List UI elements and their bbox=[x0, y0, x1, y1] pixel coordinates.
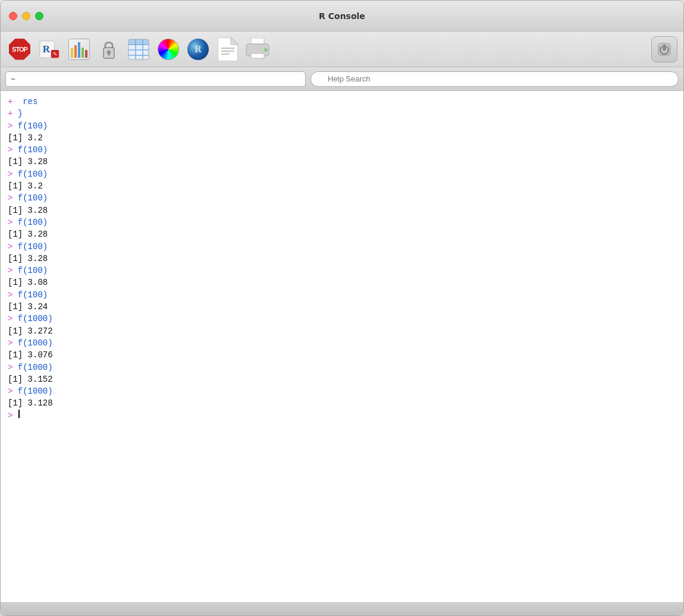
console-line: > f(100) bbox=[8, 265, 676, 276]
console-line: [1] 3.2 bbox=[8, 132, 676, 144]
command-text: f(100) bbox=[12, 192, 48, 204]
stop-icon: STOP bbox=[9, 39, 30, 60]
console-area[interactable]: + res+ }> f(100)[1] 3.2> f(100)[1] 3.28>… bbox=[1, 91, 683, 602]
prompt: > bbox=[8, 410, 18, 422]
output-line: [1] 3.152 bbox=[8, 373, 53, 385]
svg-rect-19 bbox=[251, 38, 264, 44]
help-search-input[interactable] bbox=[310, 71, 679, 87]
output-line: [1] 3.272 bbox=[8, 325, 53, 337]
console-line: > f(1000) bbox=[8, 385, 676, 397]
console-line: [1] 3.08 bbox=[8, 276, 676, 288]
command-text: } bbox=[12, 108, 23, 120]
console-line: + } bbox=[8, 108, 676, 120]
output-line: [1] 3.076 bbox=[8, 349, 53, 361]
console-line: > f(1000) bbox=[8, 313, 676, 325]
console-line: > f(100) bbox=[8, 289, 676, 301]
minimize-button[interactable] bbox=[22, 12, 30, 20]
console-line: [1] 3.28 bbox=[8, 228, 676, 240]
toolbar: STOP R ✎ bbox=[1, 32, 683, 67]
color-wheel-button[interactable] bbox=[155, 36, 181, 62]
prompt: > bbox=[8, 192, 12, 204]
console-line: > f(100) bbox=[8, 216, 676, 228]
path-input[interactable] bbox=[5, 71, 306, 87]
console-line: [1] 3.272 bbox=[8, 325, 676, 337]
console-line: [1] 3.28 bbox=[8, 205, 676, 216]
title-bar: R Console bbox=[1, 1, 683, 32]
prompt: > bbox=[8, 289, 12, 301]
lock-button[interactable] bbox=[96, 36, 122, 62]
r-script-button[interactable]: R ✎ bbox=[36, 36, 62, 62]
console-line: [1] 3.24 bbox=[8, 301, 676, 313]
console-line: > f(100) bbox=[8, 241, 676, 253]
chart-icon bbox=[68, 39, 90, 60]
document-button[interactable] bbox=[215, 36, 241, 62]
cursor[interactable] bbox=[18, 410, 20, 418]
svg-rect-21 bbox=[251, 54, 264, 58]
prompt: > bbox=[8, 265, 12, 276]
output-line: [1] 3.24 bbox=[8, 301, 48, 313]
svg-rect-24 bbox=[663, 45, 666, 51]
console-line: > f(1000) bbox=[8, 337, 676, 349]
command-text: f(1000) bbox=[12, 337, 52, 349]
traffic-lights bbox=[9, 12, 43, 20]
command-text: f(100) bbox=[12, 289, 48, 301]
output-line: [1] 3.128 bbox=[8, 397, 53, 409]
console-line: [1] 3.28 bbox=[8, 156, 676, 168]
command-text: f(1000) bbox=[12, 362, 52, 373]
r-ball-icon: R bbox=[187, 39, 209, 60]
stop-button[interactable]: STOP bbox=[7, 36, 33, 62]
prompt: > bbox=[8, 168, 12, 180]
command-text: f(100) bbox=[12, 265, 48, 276]
svg-text:R: R bbox=[43, 43, 51, 54]
prompt: + bbox=[8, 108, 12, 120]
svg-marker-14 bbox=[218, 37, 238, 61]
maximize-button[interactable] bbox=[35, 12, 43, 20]
console-line: > f(100) bbox=[8, 192, 676, 204]
prompt: > bbox=[8, 313, 12, 325]
command-text: f(100) bbox=[12, 216, 48, 228]
power-button-wrapper bbox=[651, 36, 677, 62]
console-line: > f(100) bbox=[8, 168, 676, 180]
printer-icon bbox=[245, 38, 270, 61]
command-text: f(100) bbox=[12, 168, 48, 180]
power-icon bbox=[657, 42, 672, 56]
console-line: [1] 3.128 bbox=[8, 397, 676, 409]
output-line: [1] 3.28 bbox=[8, 156, 48, 168]
prompt: > bbox=[8, 241, 12, 253]
command-text: f(100) bbox=[12, 241, 48, 253]
search-wrapper: 🔍 bbox=[310, 71, 679, 87]
svg-text:✎: ✎ bbox=[53, 51, 58, 57]
console-line: [1] 3.2 bbox=[8, 180, 676, 192]
prompt: > bbox=[8, 144, 12, 156]
r-console-window: R Console STOP R ✎ bbox=[0, 0, 684, 616]
command-text: res bbox=[12, 96, 37, 108]
lock-icon bbox=[98, 39, 120, 60]
prompt: > bbox=[8, 120, 12, 132]
command-text: f(1000) bbox=[12, 385, 52, 397]
svg-rect-13 bbox=[128, 39, 149, 45]
grid-icon bbox=[128, 39, 149, 60]
r-ball-button[interactable]: R bbox=[185, 36, 211, 62]
console-line: > f(100) bbox=[8, 144, 676, 156]
command-text: f(100) bbox=[12, 144, 48, 156]
color-wheel-icon bbox=[158, 39, 179, 60]
console-line: > bbox=[8, 410, 676, 422]
close-button[interactable] bbox=[9, 12, 17, 20]
command-text: f(100) bbox=[12, 120, 48, 132]
prompt: + bbox=[8, 96, 12, 108]
chart-button[interactable] bbox=[66, 36, 92, 62]
power-button[interactable] bbox=[651, 36, 677, 62]
prompt: > bbox=[8, 362, 12, 373]
console-line: + res bbox=[8, 96, 676, 108]
output-line: [1] 3.28 bbox=[8, 228, 48, 240]
console-line: > f(100) bbox=[8, 120, 676, 132]
document-icon bbox=[218, 37, 238, 61]
command-text: f(1000) bbox=[12, 313, 52, 325]
path-bar: 🔍 bbox=[1, 67, 683, 91]
grid-button[interactable] bbox=[125, 36, 152, 62]
prompt: > bbox=[8, 337, 12, 349]
printer-button[interactable] bbox=[244, 36, 271, 62]
output-line: [1] 3.08 bbox=[8, 276, 48, 288]
console-line: [1] 3.152 bbox=[8, 373, 676, 385]
console-line: [1] 3.28 bbox=[8, 253, 676, 265]
